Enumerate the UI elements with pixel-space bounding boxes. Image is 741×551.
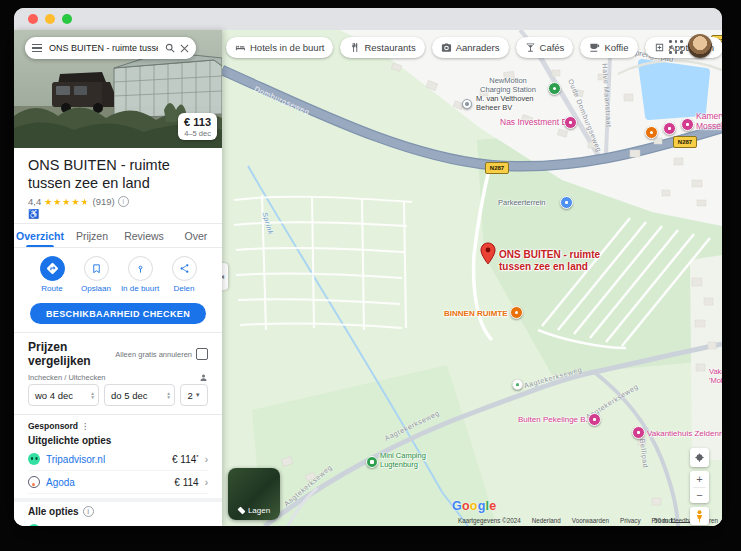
menu-icon[interactable]	[32, 44, 42, 52]
privacy-link[interactable]: Privacy	[620, 517, 641, 524]
poi-vakantiepark-clipped[interactable]: Vakanti'Mole	[709, 367, 722, 385]
park-tree-icon	[512, 379, 523, 390]
offer-row-tripadvisor[interactable]: Tripadvisor.nl € 114* ›	[28, 519, 208, 526]
business-dot-icon[interactable]	[462, 99, 472, 109]
route-button[interactable]: Route	[32, 256, 72, 293]
browser-window: € 113 4–5 dec ONS BUITEN - ruimte tussen…	[14, 8, 722, 526]
poi-binnen-ruimte[interactable]: BINNEN RUIMTE	[444, 309, 506, 318]
tripadvisor-icon	[28, 524, 40, 526]
campground-icon[interactable]	[366, 456, 378, 468]
chip-aanraders[interactable]: Aanraders	[432, 37, 509, 58]
sponsored-label: Gesponsord	[28, 421, 78, 431]
poi-kamerverhuur-mossels[interactable]: KamerverhuurMossels&Meer	[696, 111, 722, 131]
restaurant-icon	[349, 42, 360, 53]
restaurant-poi-icon[interactable]	[510, 306, 523, 319]
chip-koffie[interactable]: Koffie	[580, 37, 637, 58]
minimize-window-button[interactable]	[45, 14, 55, 24]
poi-vakantiehuis-zeldenrust[interactable]: Vakantiehuis Zeldenrust	[647, 429, 722, 438]
my-location-button[interactable]	[690, 448, 709, 467]
poi-newmotion-charging-station[interactable]: NewMotionCharging Station	[470, 76, 546, 94]
route-badge-n287: N287	[485, 162, 509, 174]
lodging-icon[interactable]	[681, 118, 694, 131]
chip-cafes[interactable]: Cafés	[516, 37, 574, 58]
action-buttons: Route Opslaan In de buurt Delen	[14, 248, 222, 299]
star-rating-icon: ★★★★★	[44, 197, 89, 207]
info-icon[interactable]: i	[83, 506, 94, 517]
search-bar[interactable]	[25, 37, 196, 59]
compare-prices-heading: Prijzen vergelijken	[28, 340, 115, 368]
featured-options-label: Uitgelichte opties	[28, 435, 208, 446]
lodging-icon[interactable]	[663, 122, 676, 135]
search-input[interactable]	[47, 42, 160, 54]
zoom-control: + −	[690, 471, 709, 503]
close-icon[interactable]	[180, 44, 189, 53]
all-options-label: Alle opties	[28, 506, 79, 517]
offer-row-tripadvisor[interactable]: Tripadvisor.nl € 114* ›	[28, 448, 208, 471]
layers-widget[interactable]: Lagen	[228, 468, 280, 520]
check-availability-button[interactable]: BESCHIKBAARHEID CHECKEN	[30, 303, 206, 324]
date-stepper-icon[interactable]: ▴▾	[91, 391, 94, 399]
tab-overzicht[interactable]: Overzicht	[14, 224, 66, 247]
chevron-right-icon: ›	[205, 525, 208, 526]
ev-charging-icon[interactable]	[548, 82, 561, 95]
nearby-button[interactable]: In de buurt	[120, 256, 160, 293]
price-badge[interactable]: € 113 4–5 dec	[178, 113, 217, 140]
search-icon[interactable]	[165, 43, 175, 53]
parking-poi-icon[interactable]	[560, 196, 573, 209]
agoda-icon	[28, 476, 40, 488]
zoom-in-button[interactable]: +	[690, 472, 709, 487]
account-avatar[interactable]	[688, 34, 712, 58]
destination-pin-icon[interactable]	[480, 242, 496, 269]
poi-destination-label[interactable]: ONS BUITEN - ruimtetussen zee en land	[499, 249, 600, 273]
restaurant-poi-icon[interactable]	[645, 126, 658, 139]
poi-parkeerterrein[interactable]: Parkeerterrein	[498, 199, 546, 208]
offer-site-link[interactable]: Tripadvisor.nl	[46, 525, 166, 526]
map-canvas[interactable]: Hotels in de buurt Restaurants Aanraders…	[222, 30, 722, 526]
pegman-button[interactable]	[690, 507, 709, 525]
lodging-icon[interactable]	[632, 426, 645, 439]
info-icon[interactable]: i	[118, 196, 129, 207]
bookmark-icon	[91, 263, 102, 274]
poi-van-velthoven-beheer[interactable]: M. van VelthovenBeheer BV	[476, 94, 546, 112]
lodging-icon[interactable]	[588, 413, 601, 426]
share-icon	[179, 263, 190, 274]
offer-site-link[interactable]: Agoda	[46, 477, 168, 488]
free-cancellation-checkbox[interactable]	[196, 348, 208, 360]
guest-count-select[interactable]: 2 ▼	[180, 384, 208, 406]
close-window-button[interactable]	[28, 14, 38, 24]
checkin-checkout-label: Inchecken / Uitchecken	[28, 373, 199, 382]
place-details-panel: € 113 4–5 dec ONS BUITEN - ruimte tussen…	[14, 30, 222, 526]
chevron-right-icon: ›	[205, 454, 208, 465]
poi-mini-camping-lugtenburg[interactable]: Mini CampingLugtenburg	[380, 451, 444, 469]
review-count: (919)	[93, 196, 115, 207]
chevron-down-icon: ▼	[195, 392, 201, 398]
lodging-icon[interactable]	[564, 116, 577, 129]
category-chip-bar: Hotels in de buurt Restaurants Aanraders…	[226, 37, 722, 58]
offer-site-link[interactable]: Tripadvisor.nl	[46, 454, 166, 465]
offer-row-agoda[interactable]: Agoda € 114 ›	[28, 471, 208, 494]
kebab-menu-icon[interactable]: ⋮	[81, 422, 89, 431]
chevron-right-icon: ›	[205, 477, 208, 488]
checkout-date-field[interactable]: do 5 dec ▴▾	[104, 384, 175, 406]
my-location-icon	[694, 452, 705, 463]
window-titlebar[interactable]	[14, 8, 722, 30]
tab-over[interactable]: Over	[170, 224, 222, 247]
date-stepper-icon[interactable]: ▴▾	[167, 391, 170, 399]
rating-row[interactable]: 4,4 ★★★★★ (919) i	[28, 196, 208, 207]
google-apps-icon[interactable]	[669, 40, 683, 54]
maximize-window-button[interactable]	[62, 14, 72, 24]
tab-prijzen[interactable]: Prijzen	[66, 224, 118, 247]
chip-restaurants[interactable]: Restaurants	[340, 37, 424, 58]
route-badge-n287: N287	[673, 136, 697, 148]
share-button[interactable]: Delen	[164, 256, 204, 293]
free-cancellation-label: Alleen gratis annuleren	[115, 350, 192, 359]
terms-link[interactable]: Voorwaarden	[572, 517, 609, 524]
poi-buiten-pekelinge[interactable]: Buiten Pekelinge B.V	[518, 415, 593, 424]
zoom-out-button[interactable]: −	[690, 488, 709, 503]
tab-reviews[interactable]: Reviews	[118, 224, 170, 247]
chip-hotels[interactable]: Hotels in de buurt	[226, 37, 333, 58]
save-button[interactable]: Opslaan	[76, 256, 116, 293]
price-dates: 4–5 dec	[184, 129, 211, 138]
attribution-copyright: Kaartgegevens ©2024	[458, 517, 521, 524]
checkin-date-field[interactable]: wo 4 dec ▴▾	[28, 384, 99, 406]
